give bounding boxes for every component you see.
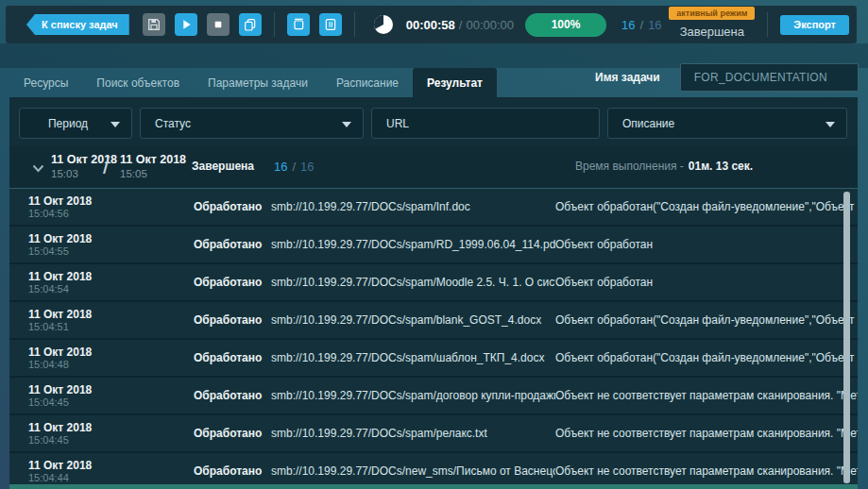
status-filter-dropdown[interactable]: Статус [140,108,364,139]
table-row[interactable]: 11 Окт 201815:04:48 Обработано smb://10.… [9,340,858,378]
result-rows: 11 Окт 201815:04:56 Обработано smb://10.… [9,189,858,489]
period-filter-label: Период [48,117,88,130]
start-button[interactable] [175,13,197,36]
row-description: Объект не соответствует параметрам скани… [555,464,858,478]
task-name-input[interactable]: FOR_DOCUMENTATION [680,63,859,92]
row-status: Обработано [194,313,271,327]
row-date: 11 Окт 2018 [28,270,194,283]
group-objects-processed: 16 [274,160,287,174]
group-objects-total: 16 [300,160,314,174]
row-url: smb://10.199.29.77/DOCs/spam/blank_GOST_… [271,313,555,327]
save-button[interactable] [143,13,165,36]
task-status-label: Завершена [680,25,744,39]
url-filter-input[interactable]: URL [371,108,600,139]
chevron-down-icon [342,122,351,127]
row-url: smb://10.199.29.77/DOCs/new_sms/Письмо о… [271,464,555,478]
separator [767,12,768,37]
group-counter-divider: / [292,160,296,174]
tab-schedule[interactable]: Расписание [322,68,413,97]
group-end-time: 15:05 [120,167,186,180]
row-status: Обработано [194,351,271,364]
table-row[interactable]: 11 Окт 201815:04:51 Обработано smb://10.… [9,302,858,340]
journal-button[interactable] [319,13,342,36]
row-date: 11 Окт 2018 [28,232,194,245]
row-description: Объект не соответствует параметрам скани… [555,389,858,402]
separator [274,12,275,37]
group-status: Завершена [192,160,254,173]
row-time: 15:04:54 [28,283,194,295]
back-to-task-list-button[interactable]: К списку задач [26,14,129,35]
export-button[interactable]: Экспорт [780,15,849,35]
row-time: 15:04:56 [28,208,194,220]
duplicate-button[interactable] [287,13,310,36]
timer-elapsed: 00:00:58 [406,18,455,32]
url-filter-placeholder: URL [386,117,409,130]
objects-processed: 16 [621,18,635,32]
tab-object-search[interactable]: Поиск объектов [82,68,194,97]
active-mode-badge: активный режим [669,7,755,20]
row-time: 15:04:44 [28,472,194,484]
row-date: 11 Окт 2018 [28,383,194,396]
timer-icon-wrap [371,12,396,37]
row-url: smb://10.199.29.77/DOCs/spam/RD_1999.06.… [271,238,555,251]
timer-total: 00:00:00 [466,18,514,32]
toolbar: К списку задач [6,6,857,43]
table-row[interactable]: 11 Окт 201815:04:56 Обработано smb://10.… [9,189,858,227]
status-filter-label: Статус [155,117,191,130]
row-description: Объект обработан("Создан файл-уведомлени… [555,313,858,327]
duplicate-icon [291,17,306,32]
tab-resources[interactable]: Ресурсы [9,68,82,97]
journal-icon [323,17,338,32]
row-description: Объект обработан("Создан файл-уведомлени… [555,200,858,213]
group-end-datetime: 11 Окт 2018 15:05 [120,153,186,180]
row-url: smb://10.199.29.77/DOCs/spam/договор куп… [271,389,555,402]
objects-counter: 16/16 [621,18,662,32]
save-icon [146,17,162,32]
copy-task-button[interactable] [239,13,262,36]
stop-icon [211,17,226,32]
vertical-scrollbar[interactable] [843,192,850,483]
task-name-block: Имя задачи FOR_DOCUMENTATION [595,62,859,92]
table-row[interactable]: 11 Окт 201815:04:45 Обработано smb://10.… [9,378,858,415]
row-url: smb://10.199.29.77/DOCs/spam/Inf.doc [271,200,555,213]
filter-row: Период Статус URL Описание [19,108,847,139]
scan-group-header[interactable]: 11 Окт 2018 15:03 / 11 Окт 2018 15:05 За… [9,146,858,189]
clock-icon [372,13,395,36]
row-status: Обработано [194,389,271,402]
duration-label: Время выполнения - [575,160,684,173]
period-filter-dropdown[interactable]: Период [19,108,132,139]
table-row[interactable]: 11 Окт 201815:04:54 Обработано smb://10.… [9,264,858,302]
tab-task-parameters[interactable]: Параметры задачи [194,68,322,97]
description-filter-label: Описание [622,117,674,130]
progress-badge: 100% [525,13,606,37]
table-row[interactable]: 11 Окт 201815:04:55 Обработано smb://10.… [9,227,858,264]
row-description: Объект не соответствует параметрам скани… [555,427,858,440]
group-end-date: 11 Окт 2018 [120,153,186,167]
row-description: Объект обработан("Создан файл-уведомлени… [555,351,858,364]
chevron-down-icon [32,164,44,173]
task-state-block: активный режим Завершена [669,6,755,43]
stop-button[interactable] [207,13,230,36]
objects-total: 16 [648,18,661,32]
copy-icon [243,17,258,32]
row-time: 15:04:45 [28,434,194,447]
row-description: Объект обработан [555,238,858,251]
group-duration: Время выполнения -01м. 13 сек. [575,160,753,173]
group-objects-counter: 16/16 [274,160,315,174]
row-time: 15:04:45 [28,396,194,409]
row-status: Обработано [194,238,271,251]
row-date: 11 Окт 2018 [28,421,194,434]
tab-result[interactable]: Результат [413,68,497,97]
row-status: Обработано [194,200,271,213]
row-date: 11 Окт 2018 [28,308,194,321]
row-url: smb://10.199.29.77/DOCs/spam/Moodle 2.5.… [271,276,555,289]
row-url: smb://10.199.29.77/DOCs/spam/шаблон_ТКП_… [271,351,555,364]
row-time: 15:04:51 [28,321,194,333]
description-filter-dropdown[interactable]: Описание [607,108,847,139]
play-icon [179,17,194,32]
task-timer: 00:00:58/00:00:00 [406,18,514,32]
task-name-label: Имя задачи [595,71,660,84]
table-row[interactable]: 11 Окт 201815:04:45 Обработано smb://10.… [9,415,858,453]
tab-bar: Ресурсы Поиск объектов Параметры задачи … [9,68,497,97]
duration-value: 01м. 13 сек. [689,160,753,173]
